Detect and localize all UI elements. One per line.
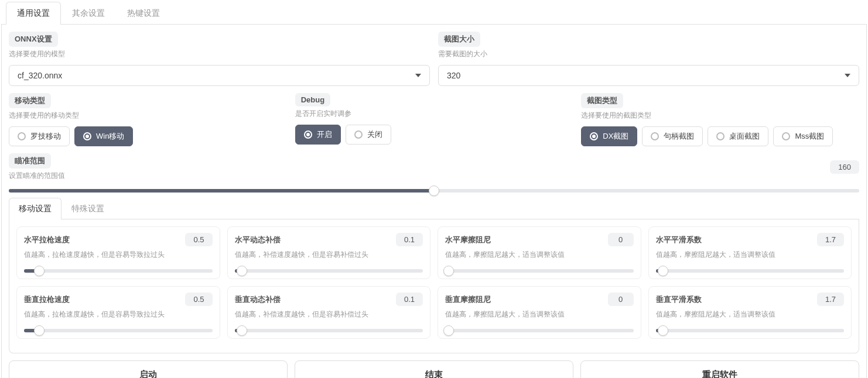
h-smooth-slider[interactable] <box>656 269 845 273</box>
h-comp-value: 0.1 <box>396 233 423 246</box>
slider-thumb[interactable] <box>443 266 454 276</box>
radio-icon <box>304 130 312 139</box>
onnx-desc: 选择要使用的模型 <box>9 49 430 59</box>
slider-thumb[interactable] <box>237 325 247 336</box>
radio-logitech-move[interactable]: 罗技移动 <box>9 126 70 146</box>
v-fric-slider[interactable] <box>445 329 634 332</box>
slider-thumb[interactable] <box>237 266 247 276</box>
v-speed-value: 0.5 <box>185 293 212 306</box>
tab-special-settings[interactable]: 特殊设置 <box>61 198 114 219</box>
radio-icon <box>18 132 26 140</box>
capsize-value: 320 <box>447 71 460 80</box>
slider-thumb[interactable] <box>34 266 45 276</box>
radio-debug-off[interactable]: 关闭 <box>346 125 391 145</box>
slider-v-smooth: 垂直平滑系数1.7 值越高，摩擦阻尼越大，适当调整该值 <box>648 286 852 339</box>
radio-debug-on[interactable]: 开启 <box>295 125 341 145</box>
radio-mss-capture[interactable]: Mss截图 <box>773 126 833 146</box>
v-smooth-value: 1.7 <box>817 293 844 306</box>
radio-icon <box>354 130 363 139</box>
radio-icon <box>651 132 659 140</box>
v-comp-value: 0.1 <box>396 293 423 306</box>
radio-icon <box>716 132 725 140</box>
captype-title: 截图类型 <box>581 93 623 108</box>
aim-desc: 设置瞄准的范围值 <box>9 171 65 181</box>
debug-desc: 是否开启实时调参 <box>295 109 573 119</box>
debug-title: Debug <box>295 93 330 106</box>
slider-h-smooth: 水平平滑系数1.7 值越高，摩擦阻尼越大，适当调整该值 <box>648 226 852 279</box>
chevron-down-icon <box>415 74 421 77</box>
v-fric-value: 0 <box>608 293 634 306</box>
move-settings-panel: 水平拉枪速度0.5 值越高，拉枪速度越快，但是容易导致拉过头 水平动态补偿0.1… <box>9 219 859 353</box>
start-button[interactable]: 启动 <box>9 360 288 378</box>
slider-h-speed: 水平拉枪速度0.5 值越高，拉枪速度越快，但是容易导致拉过头 <box>16 226 220 279</box>
general-panel: ONNX设置 选择要使用的模型 cf_320.onnx 截图大小 需要截图的大小… <box>1 25 867 378</box>
aim-slider[interactable] <box>9 189 859 193</box>
restart-button[interactable]: 重启软件 <box>580 360 859 378</box>
chevron-down-icon <box>845 74 850 77</box>
slider-v-comp: 垂直动态补偿0.1 值越高，补偿速度越快，但是容易补偿过头 <box>227 286 431 339</box>
h-speed-slider[interactable] <box>24 269 213 273</box>
capsize-select[interactable]: 320 <box>438 65 859 86</box>
movetype-title: 移动类型 <box>9 93 51 108</box>
radio-icon <box>590 132 598 140</box>
onnx-title: ONNX设置 <box>9 32 58 47</box>
capsize-title: 截图大小 <box>438 32 480 47</box>
onnx-select[interactable]: cf_320.onnx <box>9 65 430 86</box>
aim-title: 瞄准范围 <box>9 153 51 169</box>
radio-icon <box>83 132 91 140</box>
main-tabs: 通用设置 其余设置 热键设置 <box>1 1 867 25</box>
captype-desc: 选择要使用的截图类型 <box>581 111 859 121</box>
stop-button[interactable]: 结束 <box>295 360 573 378</box>
radio-desktop-capture[interactable]: 桌面截图 <box>708 126 768 146</box>
h-speed-value: 0.5 <box>185 233 212 246</box>
h-smooth-value: 1.7 <box>817 233 844 246</box>
slider-thumb[interactable] <box>443 325 454 336</box>
tab-general[interactable]: 通用设置 <box>6 2 61 25</box>
slider-v-speed: 垂直拉枪速度0.5 值越高，拉枪速度越快，但是容易导致拉过头 <box>16 286 220 339</box>
slider-thumb[interactable] <box>34 325 45 336</box>
v-speed-slider[interactable] <box>24 329 213 332</box>
aim-value: 160 <box>830 160 859 174</box>
slider-thumb[interactable] <box>658 325 668 336</box>
h-fric-slider[interactable] <box>445 269 634 273</box>
tab-hotkey[interactable]: 热键设置 <box>116 2 171 25</box>
slider-thumb[interactable] <box>658 266 668 276</box>
h-comp-slider[interactable] <box>235 269 423 273</box>
slider-v-fric: 垂直摩擦阻尼0 值越高，摩擦阻尼越大，适当调整该值 <box>438 286 641 339</box>
radio-handle-capture[interactable]: 句柄截图 <box>642 126 703 146</box>
inner-tabs: 移动设置 特殊设置 <box>9 197 859 219</box>
movetype-desc: 选择要使用的移动类型 <box>9 111 287 121</box>
tab-other[interactable]: 其余设置 <box>61 2 116 25</box>
slider-thumb[interactable] <box>429 185 439 196</box>
slider-h-fric: 水平摩擦阻尼0 值越高，摩擦阻尼越大，适当调整该值 <box>438 226 641 279</box>
v-comp-slider[interactable] <box>235 329 423 332</box>
radio-icon <box>782 132 790 140</box>
h-fric-value: 0 <box>608 233 634 246</box>
v-smooth-slider[interactable] <box>656 329 845 332</box>
capsize-desc: 需要截图的大小 <box>438 49 859 59</box>
slider-h-comp: 水平动态补偿0.1 值越高，补偿速度越快，但是容易补偿过头 <box>227 226 431 279</box>
tab-move-settings[interactable]: 移动设置 <box>9 198 61 219</box>
radio-dx-capture[interactable]: DX截图 <box>581 126 637 146</box>
radio-win-move[interactable]: Win移动 <box>74 126 133 146</box>
onnx-value: cf_320.onnx <box>18 71 62 80</box>
